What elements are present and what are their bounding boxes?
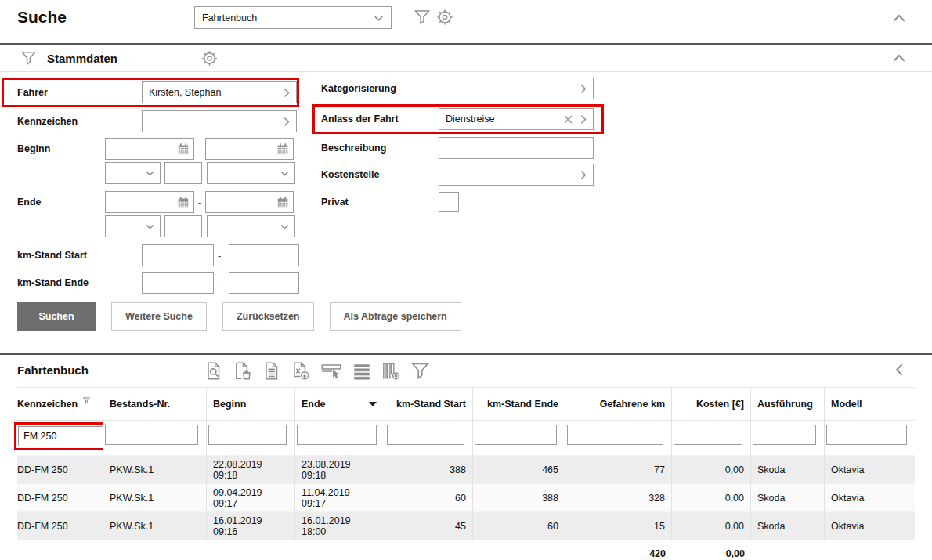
calendar-icon[interactable] bbox=[276, 143, 289, 155]
filter-input-ausfuehrung[interactable] bbox=[753, 425, 816, 445]
delete-document-icon[interactable] bbox=[233, 360, 253, 381]
filter-input-bestands-nr[interactable] bbox=[105, 425, 198, 445]
total-kosten: 0,00 bbox=[672, 540, 751, 560]
weitere-suche-button[interactable]: Weitere Suche bbox=[111, 302, 207, 331]
filter-cell bbox=[473, 420, 565, 455]
beginn-to-date-input[interactable] bbox=[205, 138, 294, 160]
select-row-icon[interactable] bbox=[320, 360, 343, 381]
als-abfrage-speichern-button[interactable]: Als Abfrage speichern bbox=[330, 302, 461, 331]
km-ende-from-input[interactable] bbox=[142, 272, 214, 294]
ende-to-date-input[interactable] bbox=[205, 191, 294, 213]
column-header-km-stand-start[interactable]: km-Stand Start bbox=[385, 388, 473, 420]
rows-icon[interactable] bbox=[352, 360, 372, 381]
kostenstelle-field[interactable] bbox=[439, 164, 594, 186]
filter-input-beginn[interactable] bbox=[208, 425, 287, 445]
filter-icon[interactable] bbox=[413, 8, 432, 27]
column-header-gefahrene-km[interactable]: Gefahrene km bbox=[565, 388, 672, 420]
km-ende-label: km-Stand Ende bbox=[17, 277, 142, 288]
ende-time-value-input[interactable] bbox=[164, 215, 202, 237]
anlass-field[interactable]: Dienstreise bbox=[439, 108, 594, 130]
filter-input-modell[interactable] bbox=[826, 425, 907, 445]
privat-row: Privat bbox=[321, 192, 623, 212]
filter-cell bbox=[295, 420, 385, 455]
range-separator: - bbox=[198, 197, 201, 208]
ende-time-row bbox=[0, 215, 313, 237]
kostenstelle-label: Kostenstelle bbox=[321, 169, 439, 180]
search-type-select[interactable]: Fahrtenbuch bbox=[194, 6, 392, 29]
beginn-label: Beginn bbox=[17, 143, 105, 154]
range-separator: - bbox=[218, 250, 221, 262]
kostenstelle-row: Kostenstelle bbox=[321, 164, 623, 186]
column-header-kosten[interactable]: Kosten [€] bbox=[672, 388, 751, 420]
filter-input-ende[interactable] bbox=[297, 425, 377, 445]
filter-icon bbox=[20, 49, 38, 68]
filter-cell-kennzeichen bbox=[17, 420, 103, 455]
beginn-from-date-input[interactable] bbox=[105, 138, 194, 160]
gear-icon[interactable] bbox=[200, 49, 219, 67]
privat-checkbox[interactable] bbox=[439, 192, 459, 212]
beschreibung-input[interactable] bbox=[439, 137, 594, 159]
km-start-from-input[interactable] bbox=[142, 244, 214, 266]
chevron-right-icon[interactable] bbox=[576, 168, 590, 182]
page-header: Suche Fahrtenbuch bbox=[0, 0, 932, 45]
collapse-stammdaten-icon[interactable] bbox=[892, 52, 906, 63]
clear-icon[interactable] bbox=[562, 114, 574, 125]
km-ende-row: km-Stand Ende - bbox=[0, 272, 313, 294]
anlass-label: Anlass der Fahrt bbox=[321, 114, 439, 125]
fahrer-label: Fahrer bbox=[17, 87, 142, 98]
kategorisierung-field[interactable] bbox=[439, 78, 594, 99]
filter-cell bbox=[207, 420, 295, 455]
results-table: Kennzeichen Bestands-Nr. Beginn Ende km-… bbox=[17, 387, 915, 560]
calendar-icon[interactable] bbox=[177, 196, 190, 208]
filter-input-kennzeichen[interactable] bbox=[18, 426, 112, 446]
range-separator: - bbox=[198, 143, 201, 155]
beginn-row: Beginn - bbox=[0, 138, 313, 160]
chevron-right-icon[interactable] bbox=[280, 115, 293, 128]
column-header-modell[interactable]: Modell bbox=[825, 388, 915, 420]
beginn-time-unit-select[interactable] bbox=[105, 162, 161, 184]
chevron-right-icon[interactable] bbox=[576, 82, 590, 96]
filter-input-gefahrene-km[interactable] bbox=[567, 425, 663, 445]
results-title: Fahrtenbuch bbox=[17, 363, 89, 377]
chevron-down-icon bbox=[143, 167, 157, 180]
km-ende-to-input[interactable] bbox=[229, 272, 299, 294]
column-header-ende[interactable]: Ende bbox=[295, 388, 385, 420]
column-header-km-stand-ende[interactable]: km-Stand Ende bbox=[473, 388, 565, 420]
chevron-right-icon[interactable] bbox=[280, 86, 293, 99]
preview-document-icon[interactable] bbox=[204, 360, 224, 381]
column-header-beginn[interactable]: Beginn bbox=[207, 388, 295, 420]
beginn-time-value-input[interactable] bbox=[164, 162, 202, 184]
collapse-search-icon[interactable] bbox=[892, 13, 906, 23]
ende-from-date-input[interactable] bbox=[105, 191, 194, 213]
filter-icon[interactable] bbox=[410, 360, 431, 381]
beginn-time-range-select[interactable] bbox=[207, 162, 295, 184]
calendar-icon[interactable] bbox=[276, 196, 289, 208]
export-excel-icon[interactable] bbox=[291, 360, 311, 381]
page-title: Suche bbox=[17, 8, 67, 27]
filter-input-km-stand-ende[interactable] bbox=[475, 425, 557, 445]
collapse-results-icon[interactable] bbox=[894, 363, 905, 377]
column-header-ausfuehrung[interactable]: Ausführung bbox=[751, 388, 825, 420]
column-settings-icon[interactable] bbox=[381, 360, 401, 381]
kennzeichen-field[interactable] bbox=[142, 110, 297, 132]
suchen-button[interactable]: Suchen bbox=[17, 302, 96, 331]
ende-time-unit-select[interactable] bbox=[105, 215, 161, 237]
chevron-right-icon[interactable] bbox=[576, 113, 590, 126]
beginn-time-row bbox=[0, 162, 313, 184]
gear-icon[interactable] bbox=[435, 8, 454, 27]
zuruecksetzen-button[interactable]: Zurücksetzen bbox=[222, 302, 314, 331]
column-header-bestands-nr[interactable]: Bestands-Nr. bbox=[103, 388, 207, 420]
calendar-icon[interactable] bbox=[177, 143, 190, 155]
ende-time-range-select[interactable] bbox=[207, 215, 295, 237]
kennzeichen-filter-highlight bbox=[14, 422, 116, 450]
filter-input-km-stand-start[interactable] bbox=[387, 425, 464, 445]
km-start-to-input[interactable] bbox=[229, 244, 299, 266]
fahrer-field[interactable]: Kirsten, Stephan bbox=[142, 81, 297, 103]
document-text-icon[interactable] bbox=[262, 360, 282, 381]
column-header-kennzeichen[interactable]: Kennzeichen bbox=[17, 388, 103, 420]
privat-label: Privat bbox=[321, 197, 439, 208]
results-toolbar bbox=[204, 360, 431, 381]
filter-input-kosten[interactable] bbox=[674, 425, 742, 445]
action-buttons: Suchen Weitere Suche Zurücksetzen Als Ab… bbox=[0, 302, 932, 331]
km-start-label: km-Stand Start bbox=[17, 250, 142, 261]
